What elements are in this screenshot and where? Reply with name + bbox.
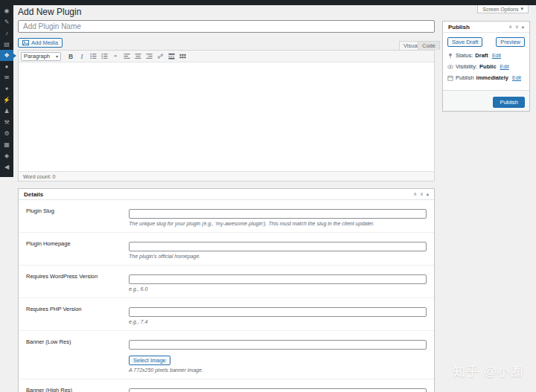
diamond-icon: ◈ bbox=[4, 150, 9, 161]
sidebar-item-appearance[interactable]: ✦ bbox=[0, 83, 13, 94]
field-label: Requires PHP Version bbox=[26, 303, 129, 324]
tools-icon: ⚒ bbox=[4, 117, 9, 128]
field-label: Plugin Slug bbox=[26, 205, 129, 226]
sidebar-item-tools[interactable]: ⚒ bbox=[0, 117, 13, 128]
dashboard-icon: ◉ bbox=[4, 5, 10, 16]
edit-status-link[interactable]: Edit bbox=[492, 53, 501, 58]
sidebar-item-comments[interactable]: ● bbox=[0, 61, 13, 72]
banner-high-res-input[interactable] bbox=[129, 388, 427, 392]
sidebar-item-plugins[interactable]: ⚡ bbox=[0, 94, 13, 106]
bold-button[interactable]: B bbox=[66, 52, 76, 61]
chevron-down-icon: ▾ bbox=[56, 54, 58, 59]
wp-admin-screen: ◉ ✎ ♪ ▤ ❖ ● ✉ ✦ ⚡ ♟ ⚒ ⚙ ▦ ◈ ◀ Screen Opt… bbox=[0, 0, 536, 392]
requires-wp-version-input[interactable] bbox=[129, 274, 427, 284]
bulleted-list-icon bbox=[90, 53, 97, 60]
field-row-requires-php-version: Requires PHP Version e.g., 7.4 bbox=[19, 298, 434, 331]
publish-title: Publish bbox=[448, 24, 470, 30]
editor-content-area[interactable] bbox=[19, 62, 434, 171]
toggle-panel-icon[interactable]: ▴ bbox=[427, 191, 429, 197]
field-label: Banner (High Res) bbox=[26, 385, 129, 392]
italic-button[interactable]: I bbox=[77, 52, 87, 61]
posts-icon: ✎ bbox=[4, 16, 10, 28]
sidebar-item-custom-seo[interactable]: ◈ bbox=[0, 150, 13, 161]
sidebar-item-pages[interactable]: ▤ bbox=[0, 39, 13, 50]
align-left-icon bbox=[124, 53, 130, 60]
numbered-list-button[interactable] bbox=[99, 52, 109, 61]
tab-code[interactable]: Code bbox=[418, 41, 440, 50]
link-icon bbox=[157, 53, 164, 60]
zhihu-watermark: 知乎 @小圈 bbox=[453, 363, 524, 380]
sidebar-item-dashboard[interactable]: ◉ bbox=[0, 5, 13, 16]
align-center-icon bbox=[135, 53, 141, 60]
visibility-label: Visibility: bbox=[456, 63, 477, 70]
media-picture-icon bbox=[22, 39, 29, 46]
insert-link-button[interactable] bbox=[155, 52, 165, 61]
field-help: The unique slug for your plugin (e.g., '… bbox=[129, 221, 427, 226]
comments-icon: ● bbox=[5, 61, 9, 72]
publish-button[interactable]: Publish bbox=[493, 97, 525, 108]
field-help: A 772x250 pixels banner image. bbox=[129, 367, 427, 373]
align-left-button[interactable] bbox=[121, 52, 132, 61]
admin-menu: ◉ ✎ ♪ ▤ ❖ ● ✉ ✦ ⚡ ♟ ⚒ ⚙ ▦ ◈ ◀ bbox=[0, 5, 13, 177]
sidebar-item-settings[interactable]: ⚙ bbox=[0, 128, 13, 139]
field-label: Requires WordPress Version bbox=[26, 271, 129, 292]
paragraph-format-select[interactable]: Paragraph ▾ bbox=[21, 52, 61, 61]
calendar-icon bbox=[447, 75, 453, 81]
edit-schedule-link[interactable]: Edit bbox=[512, 75, 521, 80]
appearance-icon: ✦ bbox=[4, 83, 10, 94]
toolbar-toggle-icon bbox=[179, 53, 186, 60]
move-down-icon[interactable]: ∨ bbox=[420, 191, 424, 197]
plugin-slug-input[interactable] bbox=[129, 209, 427, 219]
add-media-button[interactable]: Add Media bbox=[18, 38, 63, 48]
publish-metabox-header[interactable]: Publish ∧ ∨ ▴ bbox=[443, 22, 529, 33]
sidebar-item-collapse-menu[interactable]: ◀ bbox=[0, 161, 13, 173]
requires-php-version-input[interactable] bbox=[129, 307, 427, 317]
save-draft-button[interactable]: Save Draft bbox=[447, 37, 482, 47]
align-right-button[interactable] bbox=[144, 52, 154, 61]
schedule-row: Publish immediately Edit bbox=[447, 74, 525, 81]
preview-button[interactable]: Preview bbox=[496, 37, 525, 47]
sidebar-item-feedback[interactable]: ✉ bbox=[0, 72, 13, 83]
media-icon: ♪ bbox=[5, 28, 8, 39]
paragraph-format-label: Paragraph bbox=[24, 53, 50, 60]
sidebar-item-plugins-cpt-active[interactable]: ❖ bbox=[0, 50, 13, 61]
eye-icon bbox=[447, 64, 453, 70]
field-row-requires-wp-version: Requires WordPress Version e.g., 6.0 bbox=[19, 266, 434, 298]
screen-options-label: Screen Options bbox=[482, 7, 518, 12]
details-metabox: Details ∧ ∨ ▴ Plugin Slug The unique slu… bbox=[18, 188, 435, 392]
word-count: Word count: 0 bbox=[23, 174, 55, 179]
move-up-icon[interactable]: ∧ bbox=[413, 191, 417, 197]
move-up-icon[interactable]: ∧ bbox=[508, 24, 512, 30]
align-center-button[interactable] bbox=[133, 52, 143, 61]
content-editor: Paragraph ▾ B I “ bbox=[18, 50, 435, 181]
publish-metabox: Publish ∧ ∨ ▴ Save Draft Preview Status:… bbox=[442, 21, 530, 112]
insert-more-tag-button[interactable] bbox=[166, 52, 176, 61]
move-down-icon[interactable]: ∨ bbox=[515, 24, 519, 30]
schedule-value: immediately bbox=[476, 74, 508, 81]
banner-low-res-input[interactable] bbox=[129, 340, 427, 350]
pin-icon bbox=[447, 53, 453, 59]
grid-icon: ▦ bbox=[4, 139, 10, 150]
field-row-plugin-homepage: Plugin Homepage The plugin's official ho… bbox=[19, 233, 434, 266]
bulleted-list-button[interactable] bbox=[88, 52, 98, 61]
add-media-label: Add Media bbox=[31, 39, 58, 46]
feedback-icon: ✉ bbox=[4, 72, 10, 83]
sidebar-item-posts[interactable]: ✎ bbox=[0, 16, 13, 28]
field-row-banner-low-res: Banner (Low Res) Select Image A 772x250 … bbox=[19, 331, 434, 379]
sidebar-item-custom-grid[interactable]: ▦ bbox=[0, 139, 13, 150]
details-metabox-header[interactable]: Details ∧ ∨ ▴ bbox=[19, 189, 434, 200]
sidebar-item-media[interactable]: ♪ bbox=[0, 28, 13, 39]
numbered-list-icon bbox=[101, 53, 108, 60]
plugin-title-input[interactable] bbox=[18, 20, 435, 33]
details-title: Details bbox=[24, 191, 43, 198]
plugin-homepage-input[interactable] bbox=[129, 242, 427, 251]
schedule-label: Publish bbox=[456, 74, 474, 81]
select-image-button-low-res[interactable]: Select Image bbox=[129, 356, 170, 365]
toggle-panel-icon[interactable]: ▴ bbox=[522, 24, 524, 30]
toolbar-toggle-button[interactable] bbox=[177, 52, 188, 61]
edit-visibility-link[interactable]: Edit bbox=[500, 64, 509, 69]
screen-options-tab[interactable]: Screen Options ▾ bbox=[477, 5, 529, 13]
blockquote-button[interactable]: “ bbox=[110, 52, 121, 61]
publish-body: Save Draft Preview Status: Draft Edit Vi… bbox=[443, 33, 529, 90]
sidebar-item-users[interactable]: ♟ bbox=[0, 106, 13, 117]
